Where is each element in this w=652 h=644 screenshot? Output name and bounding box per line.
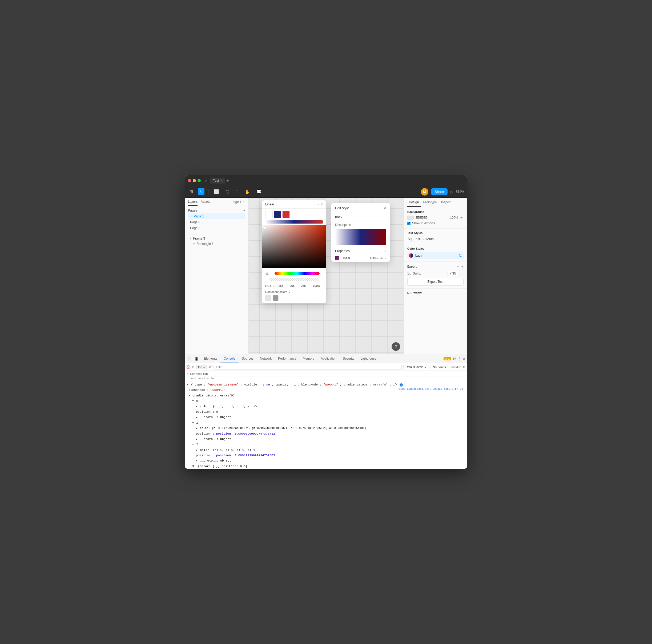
- cp-doc-colors-label[interactable]: Document colors ⌄: [265, 290, 323, 293]
- tab-assets[interactable]: Assets: [201, 200, 210, 206]
- layer-rect1[interactable]: □ Rectangle 1: [188, 241, 245, 247]
- frame-tool[interactable]: ⬜: [212, 188, 221, 195]
- cp-picker-area[interactable]: [262, 225, 326, 268]
- dt-item2-arrow[interactable]: [192, 443, 194, 446]
- canvas-area[interactable]: Linear ⌄ ○ ×: [249, 198, 403, 354]
- cp-gradient-field[interactable]: [262, 225, 326, 268]
- cp-b-input[interactable]: [299, 284, 308, 287]
- close-button[interactable]: [188, 179, 191, 182]
- dt-toggle-button[interactable]: ⊘: [192, 365, 195, 369]
- cp-swatch-white[interactable]: [265, 211, 273, 218]
- show-in-exports-checkbox[interactable]: [407, 222, 410, 225]
- dt-tab-console[interactable]: Console: [220, 355, 239, 363]
- dt-tab-elements[interactable]: Elements: [201, 355, 220, 363]
- dt-item2-color-arrow[interactable]: [196, 449, 197, 452]
- preview-title[interactable]: ▶ Preview: [407, 291, 464, 294]
- eyedropper-icon[interactable]: 🔬: [265, 272, 269, 275]
- tab-close-icon[interactable]: ×: [220, 179, 222, 182]
- tab-layers[interactable]: Layers: [188, 200, 197, 206]
- cs-item-back[interactable]: back ⇅: [407, 252, 464, 259]
- cp-alpha-bar[interactable]: [270, 278, 319, 281]
- rp-tab-inspect[interactable]: Inspect: [439, 198, 454, 207]
- grid-tool[interactable]: ⊞: [188, 188, 195, 195]
- bg-visibility-icon[interactable]: 👁: [460, 216, 464, 220]
- dt-top-button[interactable]: top ⌄: [196, 365, 207, 369]
- export-plus-icon[interactable]: +: [461, 264, 464, 269]
- dt-close-button[interactable]: ×: [463, 357, 465, 361]
- es-desc-input[interactable]: [331, 222, 390, 229]
- share-button[interactable]: Share: [431, 188, 448, 195]
- dt-item0-color-arrow[interactable]: [196, 405, 197, 408]
- comment-tool[interactable]: 💬: [255, 188, 263, 195]
- cs-edit-icon[interactable]: ⇅: [459, 253, 462, 258]
- dt-clear-button[interactable]: 🚫: [186, 365, 190, 369]
- new-tab-button[interactable]: +: [226, 178, 229, 183]
- dt-gs-arrow[interactable]: [188, 394, 190, 397]
- cp-gradient-bar[interactable]: [265, 221, 323, 224]
- minimize-button[interactable]: [193, 179, 196, 182]
- dt-item1-proto-arrow[interactable]: [196, 438, 197, 441]
- cp-swatch-red[interactable]: [282, 211, 290, 218]
- dt-tab-network[interactable]: Network: [257, 355, 275, 363]
- dt-tab-security[interactable]: Security: [339, 355, 357, 363]
- dt-tab-lighthouse[interactable]: Lighthouse: [357, 355, 380, 363]
- dt-main-arrow[interactable]: [187, 383, 188, 386]
- dt-issues-button[interactable]: No Issues: [431, 365, 449, 369]
- es-visible-icon[interactable]: 👁: [380, 257, 383, 260]
- cp-hue-bar[interactable]: [275, 272, 320, 275]
- dt-item2-proto-arrow[interactable]: [196, 459, 197, 462]
- dt-filter-input[interactable]: [214, 365, 402, 369]
- dt-item0-arrow[interactable]: [192, 400, 194, 403]
- dt-close-expression[interactable]: ×: [187, 372, 189, 376]
- cp-r-input[interactable]: [276, 284, 286, 287]
- cp-opacity-input[interactable]: [310, 284, 320, 287]
- export-button[interactable]: Export Test: [407, 278, 464, 286]
- bg-color-value[interactable]: E5E5E5: [416, 216, 448, 220]
- dt-tab-application[interactable]: Application: [318, 355, 339, 363]
- dt-item1-arrow[interactable]: [192, 421, 194, 424]
- dt-console-settings-icon[interactable]: ⚙: [463, 365, 466, 369]
- dt-device-icon[interactable]: 📱: [193, 356, 200, 361]
- cp-swatch-blue[interactable]: [274, 211, 281, 218]
- dt-inspect-icon[interactable]: ⬚: [187, 356, 192, 361]
- shape-tool[interactable]: ⬡: [224, 188, 231, 195]
- export-scale[interactable]: 1x: [407, 272, 411, 275]
- hand-tool[interactable]: ✋: [243, 188, 252, 195]
- bg-opacity[interactable]: 100%: [450, 216, 458, 220]
- page-item-1[interactable]: ✓ Page 1: [188, 213, 245, 219]
- cp-mode-select[interactable]: RGB ⌄: [265, 284, 275, 287]
- export-more-icon[interactable]: ···: [460, 271, 464, 276]
- dt-tab-memory[interactable]: Memory: [300, 355, 318, 363]
- cp-doc-swatch-1[interactable]: [265, 295, 271, 301]
- cp-settings-icon[interactable]: ○: [317, 203, 319, 206]
- play-icon[interactable]: ▷: [450, 190, 453, 194]
- rp-tab-prototype[interactable]: Prototype: [421, 198, 439, 207]
- cp-doc-swatch-2[interactable]: [273, 295, 278, 301]
- active-tab[interactable]: Test ×: [210, 178, 225, 184]
- home-icon[interactable]: ⌂: [205, 178, 207, 183]
- dt-settings-button[interactable]: ⚙: [453, 357, 456, 361]
- cp-close-icon[interactable]: ×: [321, 203, 323, 206]
- page-item-2[interactable]: Page 2: [188, 219, 245, 225]
- dt-eye-button[interactable]: 👁: [209, 365, 212, 369]
- dt-item1-color-arrow[interactable]: [196, 427, 197, 430]
- es-minus-icon[interactable]: −: [385, 257, 386, 260]
- dt-content[interactable]: × Expression not available { type : "GRA…: [185, 371, 467, 469]
- add-page-button[interactable]: +: [243, 209, 245, 212]
- page-item-3[interactable]: Page 3: [188, 225, 245, 231]
- export-suffix[interactable]: Suffix: [413, 272, 446, 275]
- select-tool[interactable]: ↖: [198, 188, 205, 195]
- es-close-icon[interactable]: ×: [384, 206, 386, 210]
- cp-g-input[interactable]: [287, 284, 297, 287]
- dt-more-button[interactable]: ⋮: [458, 357, 461, 361]
- es-name-input[interactable]: [331, 213, 390, 222]
- export-format[interactable]: PNG: [447, 271, 458, 276]
- help-button[interactable]: ?: [391, 342, 400, 351]
- es-add-button[interactable]: +: [384, 249, 386, 253]
- layer-frame3[interactable]: # Frame 3: [188, 236, 245, 241]
- dt-levels-button[interactable]: Default levels ⌄: [403, 365, 429, 369]
- bg-color-swatch[interactable]: [407, 215, 414, 220]
- cp-picker-dot[interactable]: [263, 227, 266, 229]
- zoom-level[interactable]: 519%: [456, 190, 464, 194]
- text-tool[interactable]: T: [234, 188, 240, 195]
